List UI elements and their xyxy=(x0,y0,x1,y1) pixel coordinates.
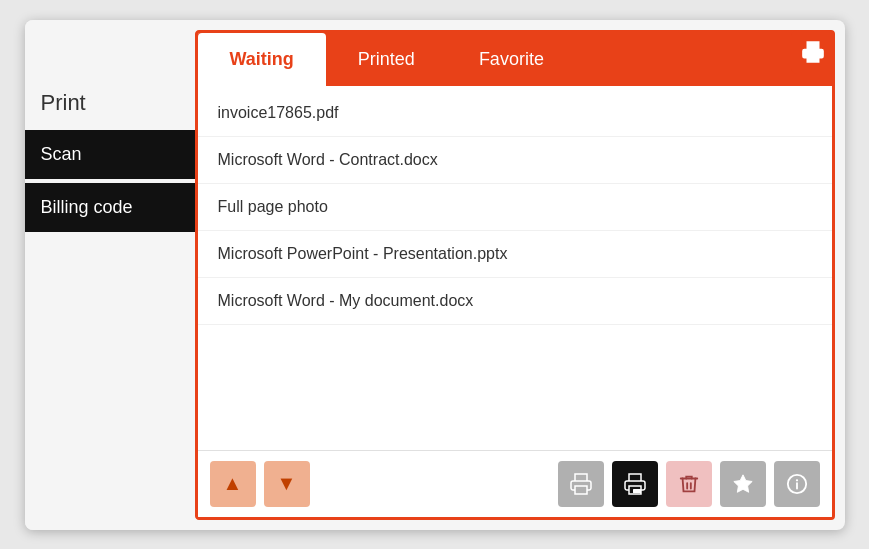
file-item[interactable]: Microsoft PowerPoint - Presentation.pptx xyxy=(198,231,832,278)
move-down-button[interactable]: ▼ xyxy=(264,461,310,507)
file-item[interactable]: invoice17865.pdf xyxy=(198,90,832,137)
tab-waiting[interactable]: Waiting xyxy=(198,33,326,86)
delete-button[interactable] xyxy=(666,461,712,507)
toolbar-left: ▲ ▼ xyxy=(210,461,310,507)
favorite-button[interactable] xyxy=(720,461,766,507)
toolbar-right xyxy=(558,461,820,507)
file-item[interactable]: Microsoft Word - My document.docx xyxy=(198,278,832,325)
file-list: invoice17865.pdf Microsoft Word - Contra… xyxy=(198,86,832,450)
print-active-icon xyxy=(623,472,647,496)
sidebar: Print Scan Billing code xyxy=(25,20,195,530)
file-item[interactable]: Full page photo xyxy=(198,184,832,231)
star-icon xyxy=(732,473,754,495)
printer-icon xyxy=(800,39,826,65)
app-window: Print Scan Billing code Waiting Printed … xyxy=(25,20,845,530)
info-icon xyxy=(786,473,808,495)
main-layout: Print Scan Billing code Waiting Printed … xyxy=(25,20,845,530)
print-active-button[interactable] xyxy=(612,461,658,507)
bottom-toolbar: ▲ ▼ xyxy=(198,450,832,517)
trash-icon xyxy=(678,473,700,495)
move-up-button[interactable]: ▲ xyxy=(210,461,256,507)
tab-favorite[interactable]: Favorite xyxy=(447,33,576,86)
print-button[interactable] xyxy=(558,461,604,507)
print-icon xyxy=(569,472,593,496)
tabs-bar: Waiting Printed Favorite xyxy=(198,33,832,86)
content-area: Waiting Printed Favorite invoice17865.pd… xyxy=(195,30,835,520)
tab-printed[interactable]: Printed xyxy=(326,33,447,86)
svg-marker-1 xyxy=(733,474,751,491)
info-button[interactable] xyxy=(774,461,820,507)
sidebar-header: Print xyxy=(25,90,195,130)
sidebar-item-billing-code[interactable]: Billing code xyxy=(25,183,195,232)
app-icon-button[interactable] xyxy=(791,30,835,74)
file-item[interactable]: Microsoft Word - Contract.docx xyxy=(198,137,832,184)
sidebar-item-scan[interactable]: Scan xyxy=(25,130,195,179)
svg-rect-0 xyxy=(633,489,641,493)
